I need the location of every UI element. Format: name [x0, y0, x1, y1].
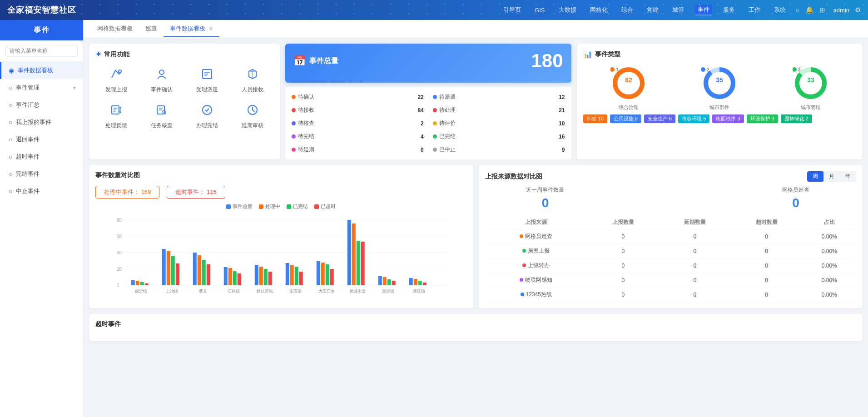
- sidebar-item-completed[interactable]: ○ 完结事件: [0, 165, 83, 183]
- svg-text:默认区域: 默认区域: [256, 289, 273, 293]
- sidebar-item-summary[interactable]: ○ 事件汇总: [0, 96, 83, 114]
- nav-item-bigdata[interactable]: 大数据: [556, 5, 579, 15]
- chevron-down-icon: ▾: [73, 85, 76, 91]
- svg-rect-80: [418, 281, 422, 285]
- sidebar-item-management[interactable]: ○ 事件管理 ▾: [0, 79, 83, 96]
- svg-rect-51: [238, 273, 241, 285]
- func-taskcheck[interactable]: 任务核查: [141, 101, 183, 129]
- donut-label: 综合治理: [619, 104, 639, 111]
- stat-pending-check: 待核查 2: [292, 118, 424, 129]
- tag-environment: 市容环境 6: [678, 114, 709, 123]
- func-confirm[interactable]: 事件确认: [141, 65, 183, 94]
- overtime-section: 超时事件: [89, 314, 863, 341]
- stat-pending-confirm: 待确认 22: [292, 92, 424, 102]
- func-complete[interactable]: 办理完结: [186, 101, 228, 129]
- source-table: 上报来源 上报数量 延期数量 超时数量 占比 网格员巡查 0 0: [485, 216, 857, 302]
- tag-dispute: 纠纷 10: [583, 114, 607, 123]
- sidebar-item-overtime[interactable]: ○ 超时事件: [0, 148, 83, 165]
- func-receive[interactable]: 人员接收: [232, 65, 273, 94]
- completed-icon: ○: [9, 170, 12, 178]
- search-input[interactable]: [5, 45, 78, 57]
- management-icon: ○: [9, 84, 12, 91]
- svg-rect-50: [233, 271, 237, 285]
- sidebar-item-returned[interactable]: ○ 退回事件: [0, 131, 83, 148]
- nav-item-guide[interactable]: 引导页: [501, 5, 524, 15]
- source-card: 上报来源数据对比图 周 月 年 近一周事件数量 0: [479, 165, 863, 308]
- donut-row: 62 1 综合治理: [583, 65, 857, 111]
- sidebar-menu: ◉ 事件数据看板 ○ 事件管理 ▾ ○ 事件汇总 ○ 我上报的事件 ○ 退回事件…: [0, 62, 83, 417]
- user-label: admin: [833, 7, 849, 14]
- event-total-title: 📅 事件总量: [293, 55, 338, 67]
- refresh-icon[interactable]: ○: [796, 6, 800, 14]
- func-delay[interactable]: 延期审核: [232, 101, 273, 129]
- tab-group: 周 月 年: [807, 171, 856, 182]
- stat-pending-delay: 待延期 0: [292, 144, 424, 155]
- nav-item-city[interactable]: 城管: [670, 5, 687, 15]
- bell-icon[interactable]: 🔔: [805, 6, 814, 14]
- mini-bar-chart: [666, 188, 675, 210]
- nav-item-work[interactable]: 工作: [746, 5, 763, 15]
- nav-item-system[interactable]: 系统: [771, 5, 789, 15]
- svg-text:40: 40: [117, 250, 122, 255]
- myreport-icon: ○: [9, 119, 12, 126]
- event-compare-card: 事件数量对比图 处理中事件： 169 超时事件： 115 事件总量 处: [89, 165, 473, 308]
- svg-rect-45: [202, 260, 206, 285]
- svg-rect-74: [383, 277, 387, 285]
- complete-icon: [198, 101, 216, 119]
- nav-item-grid[interactable]: 网格化: [587, 5, 610, 15]
- donut-comprehensive: 62 1 综合治理: [610, 65, 647, 111]
- table-row: 上级转办 0 0 0 0.00%: [485, 258, 857, 273]
- tab-patrol[interactable]: 巡查: [139, 21, 164, 37]
- source-title: 上报来源数据对比图: [485, 173, 542, 181]
- tab-close-icon[interactable]: ✕: [209, 26, 213, 31]
- chart-legend: 事件总量 处理中 已完结 已超时: [95, 203, 467, 210]
- delay-icon: [243, 101, 262, 119]
- nav-item-gis[interactable]: GIS: [532, 6, 547, 15]
- func-dispatch[interactable]: 受理派遣: [186, 65, 228, 94]
- tab-event-dashboard[interactable]: 事件数据看板 ✕: [164, 21, 219, 37]
- nav-item-comprehensive[interactable]: 综合: [619, 5, 636, 15]
- svg-rect-43: [193, 253, 197, 285]
- dashboard-icon: ◉: [9, 67, 14, 74]
- svg-text:探沂镇: 探沂镇: [135, 289, 147, 293]
- sidebar-item-label: 事件管理: [16, 84, 40, 92]
- func-discover[interactable]: 发现上报: [95, 65, 137, 94]
- func-label: 办理完结: [196, 122, 218, 129]
- grid-icon[interactable]: ⊞: [819, 6, 825, 14]
- svg-text:费县: 费县: [199, 289, 207, 293]
- svg-rect-60: [295, 267, 298, 285]
- svg-rect-44: [198, 255, 201, 285]
- donut-urban-parts: 35 2 城市部件: [701, 65, 738, 111]
- svg-text:80: 80: [117, 218, 122, 223]
- tab-grid-dashboard[interactable]: 网格数据看板: [91, 21, 139, 37]
- tab-year[interactable]: 年: [840, 171, 856, 182]
- tab-week[interactable]: 周: [807, 171, 823, 182]
- nav-item-event[interactable]: 事件: [695, 5, 712, 15]
- svg-rect-53: [255, 265, 258, 285]
- event-stats-grid: 待确认 22 待派遣 12 待接收 84 待处理: [285, 87, 571, 159]
- svg-rect-46: [207, 264, 210, 285]
- nav-item-party[interactable]: 党建: [644, 5, 661, 15]
- receive-icon: [243, 65, 262, 83]
- event-tags: 纠纷 10 公用设施 8 安全生产 6 市容环境 6 街面秩序 3 环境保护 3…: [583, 114, 857, 123]
- sidebar-item-dashboard[interactable]: ◉ 事件数据看板: [0, 62, 83, 79]
- sidebar-item-stopped[interactable]: ○ 中止事件: [0, 183, 83, 200]
- sidebar-item-myreport[interactable]: ○ 我上报的事件: [0, 114, 83, 131]
- svg-text:石井镇: 石井镇: [228, 289, 240, 293]
- svg-rect-41: [176, 263, 179, 285]
- common-functions-title: ✦ 常用功能: [95, 50, 273, 59]
- tag-order: 街面秩序 3: [712, 114, 744, 123]
- star-icon: ✦: [95, 50, 101, 59]
- table-row: 网格员巡查 0 0 0 0.00%: [485, 229, 857, 244]
- nav-item-service[interactable]: 服务: [720, 5, 738, 15]
- svg-rect-40: [171, 256, 175, 285]
- settings-icon[interactable]: ⚙: [855, 6, 861, 14]
- func-feedback[interactable]: 处理反馈: [95, 101, 137, 129]
- sidebar-item-label: 完结事件: [16, 170, 40, 178]
- col-source: 上报来源: [485, 216, 587, 229]
- tab-month[interactable]: 月: [823, 171, 840, 182]
- donut-label: 城市部件: [709, 104, 729, 111]
- svg-text:35: 35: [716, 76, 723, 84]
- func-label: 事件确认: [151, 86, 173, 94]
- app-logo: 全家福安智慧社区: [7, 5, 76, 15]
